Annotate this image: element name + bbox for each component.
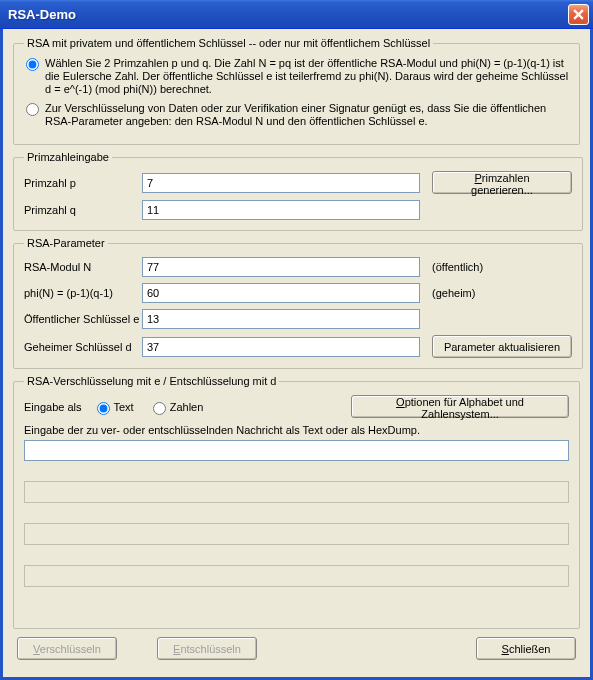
mode-label-pubonly[interactable]: Zur Verschlüsselung von Daten oder zur V…: [45, 102, 569, 128]
msg-input[interactable]: [24, 440, 569, 461]
mode-label-full[interactable]: Wählen Sie 2 Primzahlen p und q. Die Zah…: [45, 57, 569, 96]
q-label: Primzahl q: [24, 204, 142, 216]
d-input[interactable]: [142, 337, 420, 357]
close-button[interactable]: Schließen: [476, 637, 576, 660]
decrypt-button[interactable]: Entschlüsseln: [157, 637, 257, 660]
n-note: (öffentlich): [432, 261, 483, 273]
crypt-group: RSA-Verschlüsselung mit e / Entschlüssel…: [13, 375, 580, 629]
crypt-legend: RSA-Verschlüsselung mit e / Entschlüssel…: [24, 375, 279, 387]
window-title: RSA-Demo: [8, 7, 568, 22]
primes-group: Primzahleingabe Primzahl p Primzahlen ge…: [13, 151, 583, 231]
params-group: RSA-Parameter RSA-Modul N (öffentlich) p…: [13, 237, 583, 369]
q-input[interactable]: [142, 200, 420, 220]
close-icon[interactable]: [568, 4, 589, 25]
msg-label: Eingabe der zu ver- oder entschlüsselnde…: [24, 424, 569, 436]
titlebar: RSA-Demo: [0, 0, 593, 29]
phi-note: (geheim): [432, 287, 475, 299]
params-legend: RSA-Parameter: [24, 237, 108, 249]
n-label: RSA-Modul N: [24, 261, 142, 273]
mode-text-radio[interactable]: [97, 402, 110, 415]
output-box-3: [24, 565, 569, 587]
generate-primes-button[interactable]: Primzahlen generieren...: [432, 171, 572, 194]
p-label: Primzahl p: [24, 177, 142, 189]
p-input[interactable]: [142, 173, 420, 193]
mode-text-label[interactable]: Text: [92, 399, 134, 415]
mode-group: RSA mit privatem und öffentlichem Schlüs…: [13, 37, 580, 145]
n-input[interactable]: [142, 257, 420, 277]
bottom-bar: Verschlüsseln Entschlüsseln Schließen: [13, 637, 580, 660]
mode-radio-full[interactable]: [26, 58, 39, 71]
e-label: Öffentlicher Schlüssel e: [24, 313, 142, 325]
mode-numbers-radio[interactable]: [153, 402, 166, 415]
d-label: Geheimer Schlüssel d: [24, 341, 142, 353]
phi-input[interactable]: [142, 283, 420, 303]
primes-legend: Primzahleingabe: [24, 151, 112, 163]
phi-label: phi(N) = (p-1)(q-1): [24, 287, 142, 299]
mode-numbers-label[interactable]: Zahlen: [148, 399, 204, 415]
mode-legend: RSA mit privatem und öffentlichem Schlüs…: [24, 37, 433, 49]
output-box-2: [24, 523, 569, 545]
input-as-label: Eingabe als: [24, 401, 82, 413]
client-area: RSA mit privatem und öffentlichem Schlüs…: [0, 29, 593, 680]
encrypt-button[interactable]: Verschlüsseln: [17, 637, 117, 660]
output-box-1: [24, 481, 569, 503]
options-button[interactable]: Optionen für Alphabet und Zahlensystem..…: [351, 395, 569, 418]
mode-radio-pubonly[interactable]: [26, 103, 39, 116]
e-input[interactable]: [142, 309, 420, 329]
update-params-button[interactable]: Parameter aktualisieren: [432, 335, 572, 358]
